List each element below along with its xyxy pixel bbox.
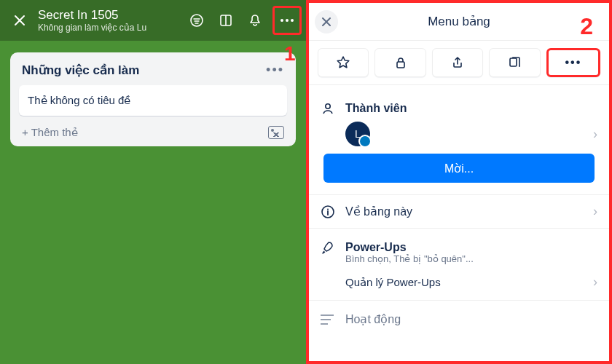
list-header: Những việc cần làm •••	[19, 61, 287, 85]
notifications-button[interactable]	[242, 7, 268, 33]
menu-actions-row: •••	[309, 41, 609, 85]
chevron-right-icon: ›	[593, 274, 597, 290]
star-icon	[336, 55, 350, 70]
svg-rect-7	[510, 58, 517, 66]
board-views-button[interactable]	[213, 7, 239, 33]
member-avatar[interactable]: L	[345, 122, 370, 146]
list: Những việc cần làm ••• Thẻ không có tiêu…	[10, 52, 296, 146]
filter-icon	[189, 13, 204, 28]
lock-button[interactable]	[374, 48, 425, 77]
image-template-icon[interactable]	[268, 126, 284, 139]
members-section: Thành viên L › Mời...	[309, 85, 609, 195]
menu-more-button[interactable]: •••	[546, 48, 600, 77]
members-row[interactable]: Thành viên	[321, 95, 597, 122]
share-button[interactable]	[432, 48, 483, 77]
add-card-button[interactable]: + Thêm thẻ	[22, 126, 78, 139]
person-icon	[321, 101, 335, 116]
copy-button[interactable]	[489, 48, 540, 77]
members-label: Thành viên	[345, 102, 597, 115]
more-horizontal-icon	[279, 18, 295, 23]
board-icon	[219, 13, 233, 28]
board-topbar: Secret In 1505 Không gian làm việc của L…	[0, 0, 306, 41]
board-more-button[interactable]	[272, 6, 302, 35]
svg-point-4	[286, 19, 289, 22]
board-title: Secret In 1505	[38, 8, 181, 23]
lock-icon	[394, 56, 407, 69]
members-chevron: ›	[593, 127, 597, 142]
close-menu-button[interactable]	[315, 10, 338, 33]
svg-point-5	[291, 19, 294, 22]
list-footer: + Thêm thẻ	[19, 123, 287, 139]
star-button[interactable]	[318, 48, 369, 77]
svg-point-0	[191, 15, 203, 26]
manage-powerups-row[interactable]: Quản lý Power-Ups ›	[321, 264, 597, 300]
chevron-right-icon: ›	[593, 204, 597, 219]
activity-icon	[321, 314, 335, 325]
board-menu-panel: 2 Menu bảng ••• Thành viên L	[306, 0, 612, 364]
workspace-name: Không gian làm việc của Lu	[38, 23, 181, 33]
list-title[interactable]: Những việc cần làm	[22, 63, 139, 78]
filter-button[interactable]	[184, 7, 210, 33]
board-title-block: Secret In 1505 Không gian làm việc của L…	[38, 8, 181, 33]
more-horizontal-icon: •••	[565, 56, 581, 69]
list-more-button[interactable]: •••	[266, 63, 284, 78]
powerups-label: Power-Ups	[345, 241, 597, 254]
close-icon	[321, 17, 332, 27]
powerups-section: Power-Ups Bình chọn, Thẻ bị "bỏ quên"...…	[309, 229, 609, 301]
close-board-button[interactable]	[7, 8, 32, 33]
info-icon	[321, 205, 335, 219]
activity-row[interactable]: Hoạt động	[309, 301, 609, 338]
menu-header: Menu bảng	[309, 3, 609, 41]
menu-title: Menu bảng	[428, 14, 490, 29]
card[interactable]: Thẻ không có tiêu đề	[19, 85, 287, 116]
bell-icon	[248, 13, 262, 28]
share-icon	[451, 56, 464, 69]
about-label: Về bảng này	[345, 205, 583, 218]
svg-point-8	[326, 104, 330, 108]
avatar-initial: L	[355, 128, 361, 140]
copy-icon	[508, 56, 521, 69]
about-board-row[interactable]: Về bảng này ›	[309, 195, 609, 229]
invite-button[interactable]: Mời...	[323, 154, 595, 183]
close-icon	[13, 14, 26, 27]
activity-label: Hoạt động	[345, 312, 401, 326]
rocket-icon	[321, 240, 335, 255]
board-view: Secret In 1505 Không gian làm việc của L…	[0, 0, 306, 364]
svg-point-3	[280, 19, 283, 22]
manage-powerups-label: Quản lý Power-Ups	[345, 276, 441, 289]
svg-point-10	[327, 208, 329, 210]
annotation-step-1: 1	[284, 42, 296, 66]
svg-rect-6	[397, 62, 404, 68]
powerups-subtext: Bình chọn, Thẻ bị "bỏ quên"...	[345, 253, 597, 264]
